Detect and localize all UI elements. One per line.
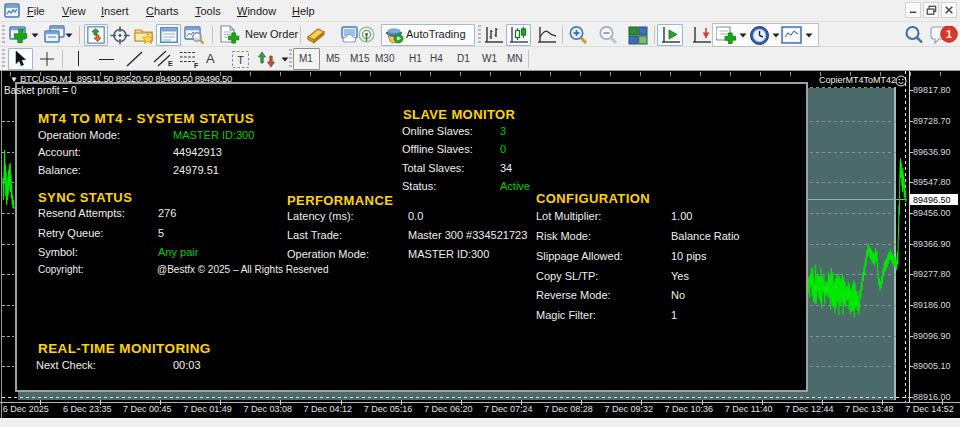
- svg-text:F: F: [194, 62, 199, 69]
- svg-text:1: 1: [946, 28, 952, 40]
- svg-text:T: T: [237, 54, 244, 66]
- svg-text:E: E: [168, 60, 173, 67]
